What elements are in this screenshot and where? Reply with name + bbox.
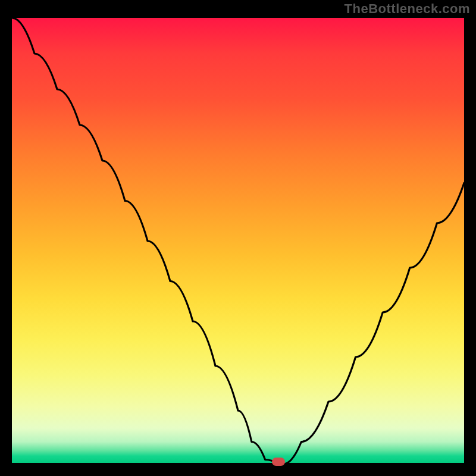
curve-path [12,18,464,464]
optimum-marker [272,458,285,466]
bottleneck-curve [12,18,464,464]
chart-frame: TheBottleneck.com [0,0,476,476]
plot-area [12,18,464,464]
watermark-text: TheBottleneck.com [345,1,470,17]
